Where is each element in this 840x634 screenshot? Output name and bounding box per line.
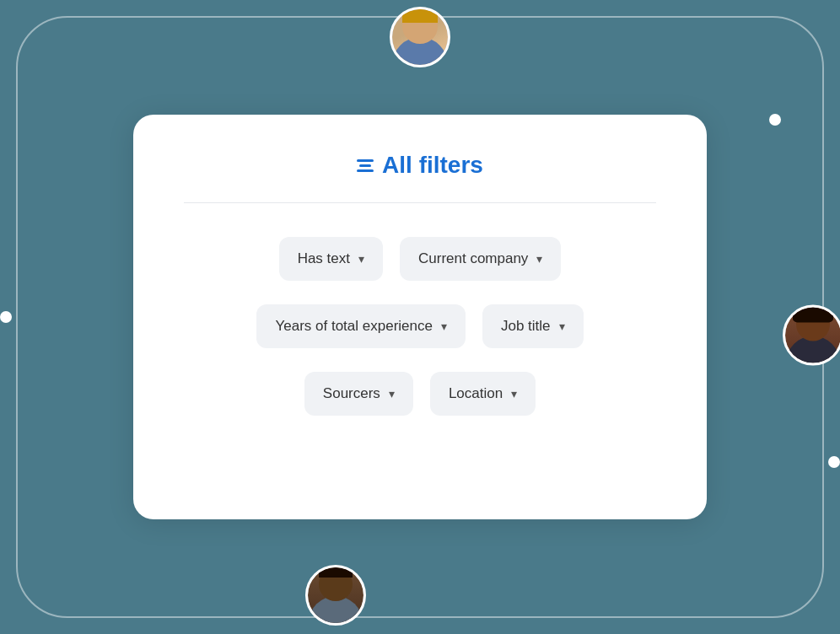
title-divider bbox=[184, 202, 656, 203]
sourcers-label: Sourcers bbox=[323, 385, 380, 402]
sourcers-chevron: ▾ bbox=[389, 387, 395, 400]
current-company-label: Current company bbox=[418, 250, 528, 267]
filter-row-3: Sourcers ▾ Location ▾ bbox=[304, 372, 536, 416]
card-title-row: All filters bbox=[184, 152, 656, 179]
location-label: Location bbox=[449, 385, 503, 402]
avatar-right bbox=[783, 305, 840, 366]
current-company-button[interactable]: Current company ▾ bbox=[400, 237, 561, 281]
years-experience-button[interactable]: Years of total experience ▾ bbox=[256, 304, 466, 348]
filter-row-2: Years of total experience ▾ Job title ▾ bbox=[256, 304, 583, 348]
job-title-button[interactable]: Job title ▾ bbox=[482, 304, 584, 348]
avatar-bottom bbox=[305, 565, 366, 626]
connector-dot-right-bottom bbox=[828, 456, 840, 468]
filter-row-1: Has text ▾ Current company ▾ bbox=[279, 237, 562, 281]
has-text-button[interactable]: Has text ▾ bbox=[279, 237, 383, 281]
avatar-top bbox=[390, 7, 450, 67]
connector-dot-left bbox=[0, 311, 12, 323]
sourcers-button[interactable]: Sourcers ▾ bbox=[304, 372, 413, 416]
years-experience-chevron: ▾ bbox=[441, 320, 447, 333]
connector-dot-right-top bbox=[769, 114, 781, 126]
has-text-chevron: ▾ bbox=[358, 252, 364, 266]
years-experience-label: Years of total experience bbox=[275, 318, 433, 335]
location-chevron: ▾ bbox=[511, 387, 517, 400]
card-title-text: All filters bbox=[382, 152, 483, 179]
job-title-chevron: ▾ bbox=[559, 320, 565, 333]
has-text-label: Has text bbox=[298, 250, 350, 267]
location-button[interactable]: Location ▾ bbox=[430, 372, 536, 416]
job-title-label: Job title bbox=[501, 318, 551, 335]
filters-card: All filters Has text ▾ Current company ▾… bbox=[133, 115, 707, 519]
current-company-chevron: ▾ bbox=[536, 252, 542, 266]
filters-grid: Has text ▾ Current company ▾ Years of to… bbox=[184, 237, 656, 416]
filter-icon bbox=[357, 159, 374, 172]
